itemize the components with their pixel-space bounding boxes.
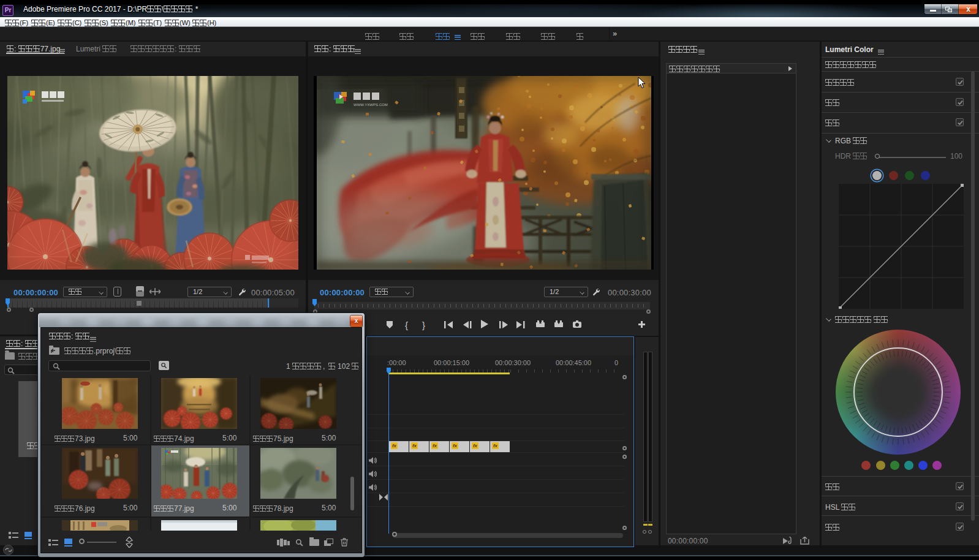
- svg-text:{: {: [405, 320, 408, 330]
- svg-text:}: }: [422, 320, 425, 330]
